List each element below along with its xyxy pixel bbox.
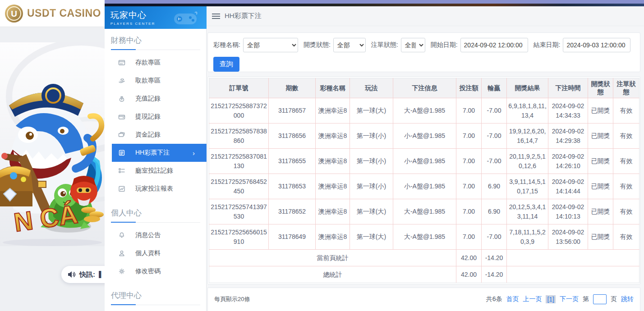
sidebar-item-label: 修改密碼 [135, 267, 161, 275]
table-cell: 2024-09-02 14:26:10 [548, 149, 588, 174]
column-header: 投注額 [456, 78, 482, 98]
table-cell: 有效 [613, 174, 639, 199]
wallet-icon [118, 113, 125, 120]
sidebar-item-label: 玩家投注報表 [135, 185, 173, 193]
table-cell: 已開獎 [588, 199, 613, 224]
table-cell: 2024-09-02 14:29:38 [548, 123, 588, 149]
prev-page-link[interactable]: 上一页 [523, 295, 542, 303]
table-cell: 澳洲幸运8 [316, 224, 350, 250]
pagination-panel: 每頁顯示20條 共6条 首页 上一页 [1] 下一页 第 页 跳转 [207, 288, 640, 311]
table-cell: 6.90 [482, 199, 507, 224]
brand-logo[interactable]: U USDT CASINO [0, 0, 105, 27]
page-title: HH彩票下注 [225, 12, 262, 20]
table-row: 215217252576845245031178653澳洲幸运8第一球(小)小-… [209, 174, 639, 199]
table-cell: 澳洲幸运8 [316, 123, 350, 149]
lottery-name-select[interactable]: 全部 [243, 38, 298, 52]
hamburger-menu-icon[interactable] [212, 14, 220, 19]
table-cell: 6,9,18,1,8,11,13,4 [507, 98, 548, 123]
sidebar-item[interactable]: 個人資料 [105, 244, 207, 262]
total-count: 共6条 [486, 295, 502, 303]
table-cell: 有效 [613, 224, 639, 250]
lottery-name-label: 彩種名稱: [213, 41, 240, 49]
table-cell: 2024-09-02 14:34:33 [548, 98, 588, 123]
table-cell: -7.00 [482, 224, 507, 250]
table-cell: 7.00 [456, 149, 482, 174]
brand-name: USDT CASINO [27, 7, 101, 19]
table-cell: 2152172525837081130 [209, 149, 269, 174]
sidebar: 玩家中心 PLAYERS CENTER 財務中心存款專區取款專區充值記錄提現記錄… [105, 0, 207, 311]
table-cell: 2024-09-02 13:56:00 [548, 224, 588, 250]
sidebar-item[interactable]: 提現記錄 [105, 108, 207, 126]
draw-status-select[interactable]: 全部 [333, 38, 366, 52]
column-header: 輸贏 [482, 78, 507, 98]
gear-icon [118, 268, 125, 275]
usdt-coin-icon: U [5, 4, 23, 23]
next-page-link[interactable]: 下一页 [560, 295, 579, 303]
column-header: 下注信息 [393, 78, 456, 98]
summary-bet-total: 42.00 [456, 266, 482, 283]
table-cell: 20,11,9,2,5,10,12,6 [507, 149, 548, 174]
deposit-card-icon [118, 59, 125, 66]
table-cell: 20,12,5,3,4,13,11,14 [507, 199, 548, 224]
sidebar-item[interactable]: 玩家投注報表 [105, 180, 207, 198]
column-header: 注單狀態 [613, 78, 639, 98]
table-cell: 7.00 [456, 123, 482, 149]
table-cell: 已開獎 [588, 224, 613, 250]
table-cell: 澳洲幸运8 [316, 174, 350, 199]
table-cell: 7,18,11,1,5,20,3,9 [507, 224, 548, 250]
sidebar-item[interactable]: 取款專區 [105, 72, 207, 90]
table-cell: 2152172525857838860 [209, 123, 269, 149]
column-header: 下注時間 [548, 78, 588, 98]
sidebar-item[interactable]: 修改密碼 [105, 262, 207, 280]
table-row: 215217252585783886031178656澳洲幸运8第一球(小)小-… [209, 123, 639, 149]
sidebar-item-label: 取款專區 [135, 77, 161, 85]
table-cell: 19,9,12,6,20,16,14,7 [507, 123, 548, 149]
bets-table-panel: 訂單號期數彩種名稱玩法下注信息投注額輸贏開獎結果下注時間開獎狀態注單狀態2152… [207, 77, 640, 284]
table-cell: -7.00 [482, 123, 507, 149]
ticker-text-clipped: ▌ [99, 271, 101, 278]
table-cell: 大-A盤@1.985 [393, 98, 456, 123]
sidebar-menu: 財務中心存款專區取款專區充值記錄提現記錄資金記錄HH彩票下注›廳室投註記錄玩家投… [105, 29, 207, 311]
column-header: 訂單號 [209, 78, 269, 98]
jump-page-input[interactable] [593, 294, 607, 304]
column-header: 開獎狀態 [588, 78, 613, 98]
order-status-select[interactable]: 全部 [401, 38, 425, 52]
table-cell: 有效 [613, 199, 639, 224]
sidebar-item[interactable]: 廳室投註記錄 [105, 162, 207, 180]
sidebar-item[interactable]: 充值記錄 [105, 90, 207, 108]
sidebar-item-label: 消息公告 [135, 231, 161, 239]
sidebar-item[interactable]: 代理規則說明 [105, 309, 207, 311]
news-ticker[interactable]: 快訊: ▌ [61, 266, 105, 283]
table-row: 215217252574139753031178652澳洲幸运8第一球(大)大-… [209, 199, 639, 224]
table-cell: 7.00 [456, 199, 482, 224]
jump-action-link[interactable]: 跳转 [621, 295, 634, 303]
sidebar-item-label: 個人資料 [135, 249, 161, 257]
table-cell: 31178657 [269, 98, 316, 123]
sidebar-item[interactable]: 存款專區 [105, 54, 207, 72]
table-cell: 31178656 [269, 123, 316, 149]
sidebar-item-label: 存款專區 [135, 59, 161, 67]
summary-winloss-total: -14.20 [482, 266, 507, 283]
sidebar-item[interactable]: 消息公告 [105, 226, 207, 244]
table-cell: 小-A盤@1.985 [393, 149, 456, 174]
sidebar-section-title: 代理中心 [111, 290, 200, 305]
query-button[interactable]: 查詢 [213, 57, 239, 72]
table-cell: -7.00 [482, 149, 507, 174]
table-cell: 7.00 [456, 98, 482, 123]
sidebar-item[interactable]: HH彩票下注› [112, 144, 207, 162]
end-date-input[interactable] [563, 38, 630, 52]
gamepad-icon [172, 10, 198, 26]
table-cell: 第一球(大) [350, 98, 393, 123]
left-promo-column: N CÁ U USDT CASINO 快訊: ▌ [0, 0, 105, 311]
table-cell: 第一球(小) [350, 174, 393, 199]
current-page[interactable]: [1] [546, 295, 556, 303]
table-cell: 有效 [613, 149, 639, 174]
sidebar-item[interactable]: 資金記錄 [105, 126, 207, 144]
table-header-row: 訂單號期數彩種名稱玩法下注信息投注額輸贏開獎結果下注時間開獎狀態注單狀態 [209, 78, 639, 98]
speaker-icon [68, 271, 76, 278]
table-cell: 2152172525768452450 [209, 174, 269, 199]
sidebar-item-label: 充值記錄 [135, 95, 161, 103]
start-date-input[interactable] [460, 38, 528, 52]
first-page-link[interactable]: 首页 [506, 295, 519, 303]
sidebar-item-label: 廳室投註記錄 [135, 167, 173, 175]
